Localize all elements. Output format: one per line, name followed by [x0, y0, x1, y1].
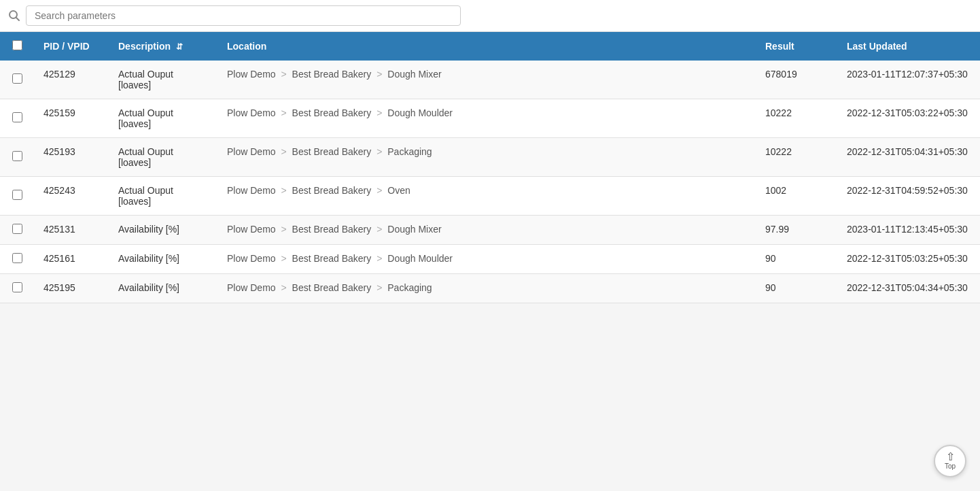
row-checkbox-cell[interactable] — [0, 245, 34, 274]
location-part: Plow Demo — [227, 282, 276, 293]
row-result: 90 — [756, 274, 837, 303]
row-pid: 425131 — [34, 216, 109, 245]
location-part: Plow Demo — [227, 224, 276, 235]
header-checkbox-col[interactable] — [0, 32, 34, 61]
row-checkbox[interactable] — [12, 151, 22, 161]
location-part: Plow Demo — [227, 146, 276, 157]
location-arrow-icon: > — [374, 185, 385, 196]
row-last-updated: 2023-01-11T12:13:45+05:30 — [837, 216, 980, 245]
row-result: 678019 — [756, 61, 837, 99]
location-part: Packaging — [387, 146, 432, 157]
location-part: Packaging — [387, 282, 432, 293]
row-pid: 425159 — [34, 99, 109, 138]
header-location: Location — [217, 32, 756, 61]
row-location: Plow Demo > Best Bread Bakery > Dough Mi… — [217, 216, 756, 245]
location-arrow-icon: > — [279, 185, 290, 196]
location-arrow-icon: > — [279, 282, 290, 293]
row-last-updated: 2022-12-31T04:59:52+05:30 — [837, 177, 980, 216]
row-description: Actual Ouput [loaves] — [109, 61, 217, 99]
row-result: 1002 — [756, 177, 837, 216]
row-last-updated: 2022-12-31T05:03:22+05:30 — [837, 99, 980, 138]
row-result: 90 — [756, 245, 837, 274]
location-part: Best Bread Bakery — [292, 282, 372, 293]
location-arrow-icon: > — [374, 69, 385, 80]
table-row: 425159Actual Ouput [loaves]Plow Demo > B… — [0, 99, 980, 138]
row-description: Availability [%] — [109, 245, 217, 274]
row-checkbox-cell[interactable] — [0, 216, 34, 245]
location-arrow-icon: > — [374, 282, 385, 293]
row-description: Actual Ouput [loaves] — [109, 177, 217, 216]
location-part: Plow Demo — [227, 69, 276, 80]
row-pid: 425195 — [34, 274, 109, 303]
row-location: Plow Demo > Best Bread Bakery > Oven — [217, 177, 756, 216]
location-part: Dough Moulder — [387, 107, 453, 118]
data-table-container: PID / VPID Description ⇵ Location Result… — [0, 32, 980, 303]
row-pid: 425243 — [34, 177, 109, 216]
row-checkbox-cell[interactable] — [0, 274, 34, 303]
row-last-updated: 2023-01-11T12:07:37+05:30 — [837, 61, 980, 99]
location-arrow-icon: > — [374, 107, 385, 118]
location-part: Plow Demo — [227, 107, 276, 118]
location-arrow-icon: > — [279, 146, 290, 157]
location-part: Dough Mixer — [387, 69, 441, 80]
row-checkbox-cell[interactable] — [0, 177, 34, 216]
row-last-updated: 2022-12-31T05:04:34+05:30 — [837, 274, 980, 303]
select-all-checkbox[interactable] — [12, 40, 22, 50]
location-part: Best Bread Bakery — [292, 107, 372, 118]
location-arrow-icon: > — [279, 69, 290, 80]
row-location: Plow Demo > Best Bread Bakery > Dough Mi… — [217, 61, 756, 99]
row-pid: 425161 — [34, 245, 109, 274]
row-checkbox-cell[interactable] — [0, 138, 34, 177]
header-description[interactable]: Description ⇵ — [109, 32, 217, 61]
row-checkbox[interactable] — [12, 112, 22, 122]
row-result: 10222 — [756, 99, 837, 138]
svg-line-1 — [16, 18, 19, 20]
table-body: 425129Actual Ouput [loaves]Plow Demo > B… — [0, 61, 980, 303]
header-result: Result — [756, 32, 837, 61]
search-input[interactable] — [26, 5, 461, 26]
search-bar — [0, 0, 980, 32]
location-part: Dough Moulder — [387, 253, 453, 264]
row-location: Plow Demo > Best Bread Bakery > Dough Mo… — [217, 99, 756, 138]
row-result: 97.99 — [756, 216, 837, 245]
location-part: Best Bread Bakery — [292, 69, 372, 80]
table-row: 425193Actual Ouput [loaves]Plow Demo > B… — [0, 138, 980, 177]
row-result: 10222 — [756, 138, 837, 177]
location-part: Plow Demo — [227, 185, 276, 196]
table-row: 425195Availability [%]Plow Demo > Best B… — [0, 274, 980, 303]
row-checkbox-cell[interactable] — [0, 99, 34, 138]
location-arrow-icon: > — [374, 224, 385, 235]
sort-icon: ⇵ — [176, 42, 183, 52]
location-part: Best Bread Bakery — [292, 253, 372, 264]
row-pid: 425193 — [34, 138, 109, 177]
row-location: Plow Demo > Best Bread Bakery > Dough Mo… — [217, 245, 756, 274]
row-pid: 425129 — [34, 61, 109, 99]
location-part: Best Bread Bakery — [292, 146, 372, 157]
table-header-row: PID / VPID Description ⇵ Location Result… — [0, 32, 980, 61]
row-description: Actual Ouput [loaves] — [109, 138, 217, 177]
row-checkbox[interactable] — [12, 224, 22, 234]
row-location: Plow Demo > Best Bread Bakery > Packagin… — [217, 138, 756, 177]
row-last-updated: 2022-12-31T05:04:31+05:30 — [837, 138, 980, 177]
search-icon — [8, 10, 20, 22]
data-table: PID / VPID Description ⇵ Location Result… — [0, 32, 980, 303]
header-last-updated: Last Updated — [837, 32, 980, 61]
row-description: Availability [%] — [109, 216, 217, 245]
row-checkbox[interactable] — [12, 190, 22, 200]
location-arrow-icon: > — [374, 146, 385, 157]
row-checkbox[interactable] — [12, 282, 22, 292]
table-row: 425161Availability [%]Plow Demo > Best B… — [0, 245, 980, 274]
row-checkbox-cell[interactable] — [0, 61, 34, 99]
location-arrow-icon: > — [279, 107, 290, 118]
location-part: Oven — [387, 185, 410, 196]
location-part: Best Bread Bakery — [292, 224, 372, 235]
location-part: Dough Mixer — [387, 224, 441, 235]
row-description: Availability [%] — [109, 274, 217, 303]
table-row: 425243Actual Ouput [loaves]Plow Demo > B… — [0, 177, 980, 216]
location-arrow-icon: > — [374, 253, 385, 264]
row-checkbox[interactable] — [12, 253, 22, 263]
row-description: Actual Ouput [loaves] — [109, 99, 217, 138]
table-row: 425129Actual Ouput [loaves]Plow Demo > B… — [0, 61, 980, 99]
row-location: Plow Demo > Best Bread Bakery > Packagin… — [217, 274, 756, 303]
row-checkbox[interactable] — [12, 73, 22, 84]
